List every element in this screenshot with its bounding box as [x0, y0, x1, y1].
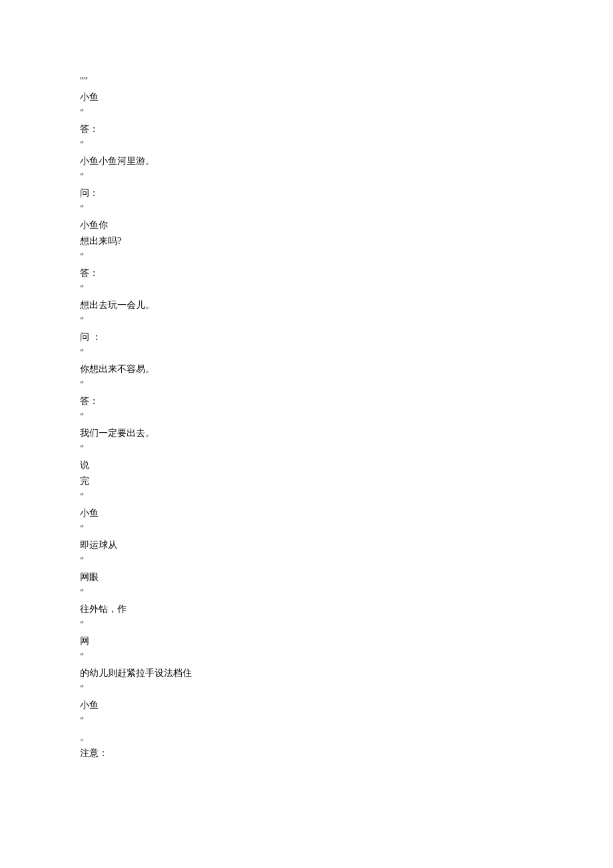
- text-line: ": [80, 105, 533, 121]
- text-line: ": [80, 377, 533, 393]
- text-line: ": [80, 585, 533, 601]
- text-line: ": [80, 313, 533, 329]
- text-line: ": [80, 409, 533, 425]
- text-line: 小鱼你: [80, 217, 533, 233]
- text-line: 问 ：: [80, 329, 533, 345]
- text-line: ": [80, 649, 533, 665]
- text-line: ": [80, 169, 533, 185]
- text-line: ": [80, 617, 533, 633]
- text-line: 完: [80, 473, 533, 489]
- text-line: 小鱼: [80, 697, 533, 713]
- text-line: ": [80, 713, 533, 729]
- text-line: 想出来吗?: [80, 233, 533, 249]
- text-line: 即运球从: [80, 537, 533, 553]
- text-line: ": [80, 345, 533, 361]
- text-line: 网眼: [80, 569, 533, 585]
- text-line: 答：: [80, 393, 533, 409]
- text-line: 答：: [80, 121, 533, 137]
- text-line: ": [80, 681, 533, 697]
- text-line: ": [80, 553, 533, 569]
- text-line: 问：: [80, 185, 533, 201]
- text-line: 。: [80, 729, 533, 745]
- text-line: 的幼儿则赶紧拉手设法档住: [80, 665, 533, 681]
- text-line: ": [80, 201, 533, 217]
- text-line: "": [80, 73, 533, 89]
- text-line: 答：: [80, 265, 533, 281]
- text-line: 小鱼: [80, 505, 533, 521]
- text-line: 想出去玩一会儿。: [80, 297, 533, 313]
- text-line: 你想出来不容易。: [80, 361, 533, 377]
- text-line: 小鱼: [80, 89, 533, 105]
- text-line: ": [80, 521, 533, 537]
- text-line: 说: [80, 457, 533, 473]
- text-line: 注意：: [80, 745, 533, 761]
- text-line: ": [80, 441, 533, 457]
- text-line: ": [80, 249, 533, 265]
- text-line: ": [80, 489, 533, 505]
- text-line: ": [80, 137, 533, 153]
- text-line: 我们一定要出去。: [80, 425, 533, 441]
- text-line: 网: [80, 633, 533, 649]
- document-page: "" 小鱼 " 答： " 小鱼小鱼河里游。 " 问： " 小鱼你 想出来吗? "…: [0, 0, 613, 761]
- text-line: 往外钻，作: [80, 601, 533, 617]
- text-line: 小鱼小鱼河里游。: [80, 153, 533, 169]
- text-line: ": [80, 281, 533, 297]
